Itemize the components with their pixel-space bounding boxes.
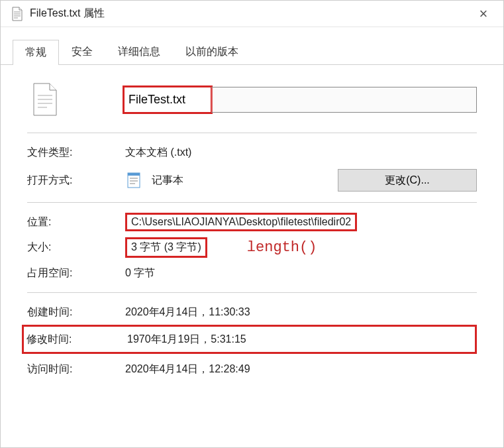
highlight-size: 3 字节 (3 字节)	[125, 237, 207, 258]
label-created: 创建时间:	[27, 306, 125, 319]
divider	[27, 292, 477, 293]
value-size: 3 字节 (3 字节)	[131, 241, 201, 252]
filename-input[interactable]	[125, 87, 211, 112]
row-modified: 修改时间: 1970年1月19日，5:31:15	[26, 327, 472, 352]
label-modified: 修改时间:	[26, 333, 127, 347]
value-filetype: 文本文档 (.txt)	[125, 146, 191, 160]
tab-general[interactable]: 常规	[13, 40, 59, 65]
document-icon	[11, 7, 23, 21]
label-accessed: 访问时间:	[27, 363, 125, 376]
tab-strip: 常规 安全 详细信息 以前的版本	[1, 27, 503, 65]
row-size: 大小: 3 字节 (3 字节) length()	[27, 235, 477, 260]
highlight-location: C:\Users\LIAOJIANYA\Desktop\filetest\fil…	[125, 213, 357, 231]
change-button[interactable]: 更改(C)...	[338, 169, 477, 192]
row-accessed: 访问时间: 2020年4月14日，12:28:49	[27, 357, 477, 382]
row-created: 创建时间: 2020年4月14日，11:30:33	[27, 300, 477, 325]
label-size: 大小:	[27, 241, 125, 254]
titlebar: FileTest.txt 属性 ×	[1, 1, 503, 27]
filename-input-ext[interactable]	[211, 87, 477, 113]
value-created: 2020年4月14日，11:30:33	[125, 306, 250, 319]
tab-previous-versions[interactable]: 以前的版本	[173, 39, 251, 64]
row-openwith: 打开方式: 记事本 更改(C)...	[27, 165, 477, 196]
filename-row	[27, 77, 477, 126]
file-icon	[31, 82, 59, 117]
value-openwith: 记事本	[152, 174, 183, 188]
row-location: 位置: C:\Users\LIAOJIANYA\Desktop\filetest…	[27, 209, 477, 235]
label-sizeondisk: 占用空间:	[27, 266, 125, 280]
close-icon[interactable]: ×	[470, 5, 497, 23]
tab-details[interactable]: 详细信息	[105, 39, 173, 64]
tab-security[interactable]: 安全	[59, 39, 105, 64]
label-location: 位置:	[27, 215, 125, 229]
value-sizeondisk: 0 字节	[125, 266, 155, 280]
tab-content: 文件类型: 文本文档 (.txt) 打开方式: 记事本 更改(C)... 位置:…	[1, 65, 503, 382]
highlight-filename	[123, 85, 213, 114]
value-accessed: 2020年4月14日，12:28:49	[125, 363, 250, 376]
window-title: FileTest.txt 属性	[30, 7, 470, 21]
label-filetype: 文件类型:	[27, 146, 125, 160]
svg-rect-9	[128, 173, 140, 176]
row-sizeondisk: 占用空间: 0 字节	[27, 260, 477, 286]
label-openwith: 打开方式:	[27, 174, 125, 188]
divider	[27, 133, 477, 133]
divider	[27, 202, 477, 203]
annotation-length: length()	[247, 239, 317, 256]
value-location: C:\Users\LIAOJIANYA\Desktop\filetest\fil…	[131, 216, 351, 227]
row-filetype: 文件类型: 文本文档 (.txt)	[27, 140, 477, 165]
value-modified: 1970年1月19日，5:31:15	[127, 333, 246, 347]
highlight-modified-row: 修改时间: 1970年1月19日，5:31:15	[22, 325, 477, 354]
properties-window: FileTest.txt 属性 × 常规 安全 详细信息 以前的版本 文件类型:…	[0, 0, 504, 448]
notepad-icon	[125, 171, 144, 190]
